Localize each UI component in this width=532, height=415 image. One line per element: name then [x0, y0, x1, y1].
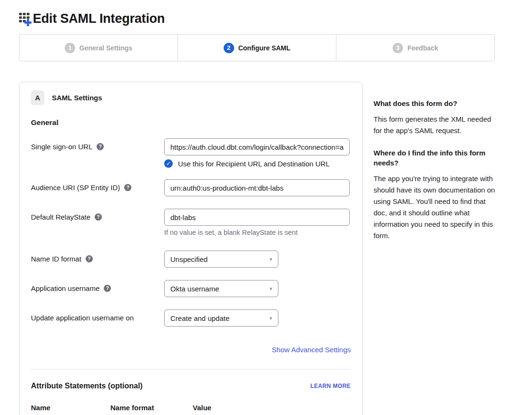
field-control: Unspecified ▾ — [164, 251, 350, 268]
selected-value: Unspecified — [170, 255, 207, 263]
advanced-settings-row: Show Advanced Settings — [31, 346, 351, 354]
panel-header: A SAML Settings — [31, 90, 351, 105]
step-number-badge: 1 — [65, 43, 75, 53]
page-header: Edit SAML Integration — [19, 10, 165, 27]
step-label: Configure SAML — [238, 44, 291, 52]
wizard-step-configure-saml[interactable]: 2 Configure SAML — [177, 35, 336, 61]
app-grid-add-icon — [19, 12, 32, 27]
application-username-select[interactable]: Okta username ▾ — [164, 280, 278, 297]
help-question-2: Where do I find the info this form needs… — [374, 148, 498, 168]
help-icon[interactable]: ? — [97, 143, 104, 150]
help-icon[interactable]: ? — [95, 213, 102, 221]
wizard-step-feedback[interactable]: 3 Feedback — [336, 35, 494, 61]
panel-title: SAML Settings — [52, 94, 102, 102]
help-answer-2: The app you're trying to integrate with … — [374, 173, 498, 241]
field-label: Single sign-on URL ? — [31, 138, 164, 168]
field-row-application-username: Application username ? Okta username ▾ — [31, 280, 351, 297]
field-row-name-id-format: Name ID format ? Unspecified ▾ — [31, 251, 351, 268]
attribute-statements-header: Attribute Statements (optional) LEARN MO… — [31, 382, 351, 390]
section-divider — [31, 369, 351, 369]
step-number-badge: 2 — [224, 43, 234, 53]
field-label-text: Audience URI (SP Entity ID) — [31, 183, 120, 192]
attribute-statements-column-headers: Name Name format Value — [31, 404, 351, 412]
help-answer-1: This form generates the XML needed for t… — [374, 114, 498, 136]
field-label: Application username ? — [31, 280, 164, 297]
selected-value: Create and update — [170, 314, 229, 322]
relaystate-helper-text: If no value is set, a blank RelayState i… — [164, 229, 350, 237]
field-row-audience-uri: Audience URI (SP Entity ID) ? — [31, 179, 351, 196]
update-application-username-on-select[interactable]: Create and update ▾ — [164, 309, 278, 327]
audience-uri-input[interactable] — [164, 179, 350, 196]
field-control: ✓ Use this for Recipient URL and Destina… — [164, 138, 350, 168]
recipient-url-checkbox-row: ✓ Use this for Recipient URL and Destina… — [164, 159, 350, 168]
column-header-name-format: Name format — [110, 404, 193, 412]
help-question-1: What does this form do? — [374, 98, 498, 108]
step-label: Feedback — [407, 44, 438, 52]
field-control: If no value is set, a blank RelayState i… — [164, 209, 350, 237]
chevron-down-icon: ▾ — [269, 316, 272, 321]
chevron-down-icon: ▾ — [269, 257, 272, 262]
field-row-default-relaystate: Default RelayState ? If no value is set,… — [31, 209, 351, 237]
field-label-text: Application username — [31, 284, 99, 292]
step-number-badge: 3 — [393, 43, 403, 53]
learn-more-link[interactable]: LEARN MORE — [310, 383, 351, 389]
field-label: Default RelayState ? — [31, 209, 164, 237]
column-header-name: Name — [31, 404, 110, 412]
field-label-text: Name ID format — [31, 255, 81, 263]
help-sidebar: What does this form do? This form genera… — [374, 98, 498, 241]
checkbox-label: Use this for Recipient URL and Destinati… — [178, 160, 330, 168]
help-icon[interactable]: ? — [104, 285, 111, 292]
single-sign-on-url-input[interactable] — [164, 138, 350, 155]
field-label: Audience URI (SP Entity ID) ? — [31, 179, 164, 196]
general-section-heading: General — [31, 118, 351, 127]
field-label-text: Update application username on — [31, 314, 134, 322]
step-label: General Settings — [79, 44, 132, 52]
selected-value: Okta username — [170, 285, 219, 293]
column-header-value: Value — [193, 404, 211, 412]
field-label-text: Single sign-on URL — [31, 143, 92, 151]
field-label: Update application username on — [31, 309, 164, 327]
field-control — [164, 179, 350, 196]
saml-settings-panel: A SAML Settings General Single sign-on U… — [19, 82, 363, 415]
field-label-text: Default RelayState — [31, 213, 90, 221]
step-wizard: 1 General Settings 2 Configure SAML 3 Fe… — [19, 34, 495, 61]
field-row-update-application-username-on: Update application username on Create an… — [31, 309, 351, 327]
chevron-down-icon: ▾ — [269, 286, 272, 291]
name-id-format-select[interactable]: Unspecified ▾ — [164, 251, 278, 268]
attribute-statements-heading: Attribute Statements (optional) — [31, 382, 143, 390]
field-control: Create and update ▾ — [164, 309, 350, 327]
wizard-step-general-settings[interactable]: 1 General Settings — [20, 35, 177, 61]
section-a-badge: A — [31, 90, 44, 105]
default-relaystate-input[interactable] — [164, 209, 350, 226]
page-title: Edit SAML Integration — [33, 11, 165, 26]
show-advanced-settings-link[interactable]: Show Advanced Settings — [272, 346, 351, 354]
field-label: Name ID format ? — [31, 251, 164, 268]
help-icon[interactable]: ? — [86, 255, 93, 262]
field-control: Okta username ▾ — [164, 280, 350, 297]
help-icon[interactable]: ? — [124, 184, 131, 191]
checkbox-checked-icon[interactable]: ✓ — [164, 159, 173, 168]
field-row-single-sign-on-url: Single sign-on URL ? ✓ Use this for Reci… — [31, 138, 351, 168]
